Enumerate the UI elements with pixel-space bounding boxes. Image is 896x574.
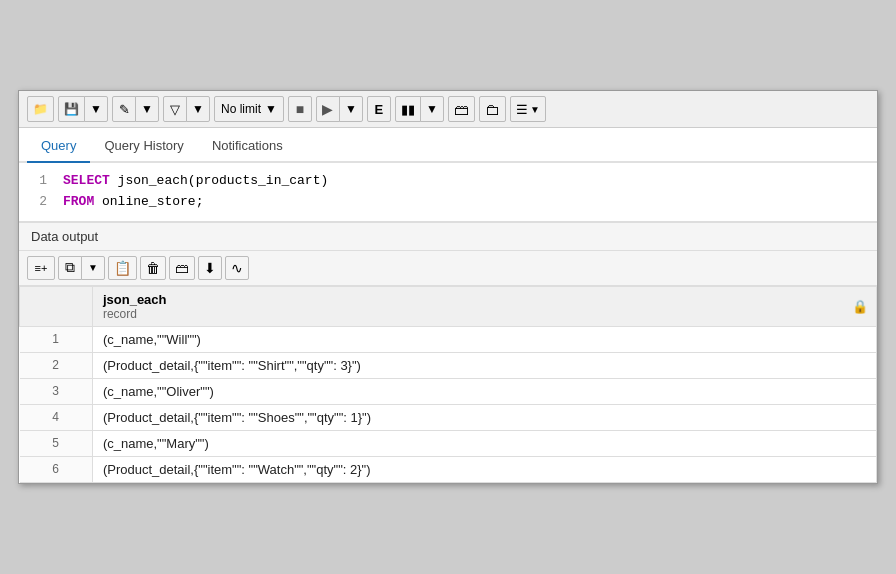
save-group: 💾 ▼ bbox=[58, 96, 108, 122]
add-row-btn[interactable]: ≡+ bbox=[27, 256, 55, 280]
data-cell[interactable]: (c_name,""Oliver"") bbox=[92, 378, 876, 404]
results-table: json_each record 🔒 1(c_name,""Will"")2(P… bbox=[19, 286, 877, 483]
col-name-json-each: json_each bbox=[103, 292, 866, 307]
db-icon: 🗃 bbox=[454, 101, 469, 118]
chevron-down-icon6: ▼ bbox=[426, 102, 438, 116]
run-btn[interactable]: ▶ bbox=[316, 96, 340, 122]
line-num-2: 2 bbox=[31, 192, 47, 213]
explain-icon: E bbox=[375, 102, 384, 117]
table-row: 1(c_name,""Will"") bbox=[20, 326, 877, 352]
menu-btn[interactable]: ☰ ▼ bbox=[510, 96, 546, 122]
row-num-header bbox=[20, 286, 93, 326]
data-cell[interactable]: (Product_detail,{""item"": ""Shirt"",""q… bbox=[92, 352, 876, 378]
tabs-bar: Query Query History Notifications bbox=[19, 128, 877, 163]
line-num-1: 1 bbox=[31, 171, 47, 192]
copy-btn[interactable]: ⧉ bbox=[58, 256, 82, 280]
data-output-title: Data output bbox=[31, 229, 98, 244]
import-icon: 🗃 bbox=[175, 260, 189, 276]
sql-line-2: 2 FROM online_store; bbox=[31, 192, 865, 213]
table-row: 2(Product_detail,{""item"": ""Shirt"",""… bbox=[20, 352, 877, 378]
chart-dropdown-btn[interactable]: ▼ bbox=[420, 96, 444, 122]
chevron-down-icon3: ▼ bbox=[192, 102, 204, 116]
tab-notifications[interactable]: Notifications bbox=[198, 128, 297, 163]
save-btn[interactable]: 💾 bbox=[58, 96, 85, 122]
edit-btn[interactable]: ✎ bbox=[112, 96, 136, 122]
row-number: 2 bbox=[20, 352, 93, 378]
sql-editor[interactable]: 1 SELECT json_each(products_in_cart) 2 F… bbox=[19, 163, 877, 222]
paste-icon: 📋 bbox=[114, 260, 131, 276]
data-toolbar: ≡+ ⧉ ▼ 📋 🗑 🗃 ⬇ ∿ bbox=[19, 251, 877, 286]
db2-btn[interactable]: 🗀 bbox=[479, 96, 506, 122]
db2-icon: 🗀 bbox=[485, 101, 500, 118]
tab-notifications-label: Notifications bbox=[212, 138, 283, 153]
data-cell[interactable]: (c_name,""Will"") bbox=[92, 326, 876, 352]
filter-dropdown-btn[interactable]: ▼ bbox=[186, 96, 210, 122]
menu-chevron: ▼ bbox=[530, 104, 540, 115]
download-icon: ⬇ bbox=[204, 260, 216, 276]
lock-icon: 🔒 bbox=[852, 299, 868, 314]
graph-icon: ∿ bbox=[231, 260, 243, 276]
table-row: 3(c_name,""Oliver"") bbox=[20, 378, 877, 404]
open-folder-btn[interactable]: 📁 bbox=[27, 96, 54, 122]
graph-btn[interactable]: ∿ bbox=[225, 256, 249, 280]
explain-btn[interactable]: E bbox=[367, 96, 391, 122]
main-window: 📁 💾 ▼ ✎ ▼ ▽ ▼ bbox=[18, 90, 878, 484]
sql-content-1: SELECT json_each(products_in_cart) bbox=[63, 171, 328, 192]
run-dropdown-btn[interactable]: ▼ bbox=[339, 96, 363, 122]
row-number: 5 bbox=[20, 430, 93, 456]
filter-icon: ▽ bbox=[170, 102, 180, 117]
data-output-header: Data output bbox=[19, 222, 877, 251]
import-btn[interactable]: 🗃 bbox=[169, 256, 195, 280]
col-header-json-each[interactable]: json_each record 🔒 bbox=[92, 286, 876, 326]
row-number: 6 bbox=[20, 456, 93, 482]
save-icon: 💾 bbox=[64, 102, 79, 116]
chevron-down-icon: ▼ bbox=[90, 102, 102, 116]
chevron-down-icon2: ▼ bbox=[141, 102, 153, 116]
sql-line-1: 1 SELECT json_each(products_in_cart) bbox=[31, 171, 865, 192]
filter-group: ▽ ▼ bbox=[163, 96, 210, 122]
table-row: 4(Product_detail,{""item"": ""Shoes"",""… bbox=[20, 404, 877, 430]
data-cell[interactable]: (Product_detail,{""item"": ""Watch"",""q… bbox=[92, 456, 876, 482]
table-row: 6(Product_detail,{""item"": ""Watch"",""… bbox=[20, 456, 877, 482]
stop-btn[interactable]: ■ bbox=[288, 96, 312, 122]
chevron-down-icon4: ▼ bbox=[265, 102, 277, 116]
pencil-icon: ✎ bbox=[119, 102, 130, 117]
edit-dropdown-btn[interactable]: ▼ bbox=[135, 96, 159, 122]
download-btn[interactable]: ⬇ bbox=[198, 256, 222, 280]
no-limit-dropdown[interactable]: No limit ▼ bbox=[214, 96, 284, 122]
tab-query-label: Query bbox=[41, 138, 76, 153]
sql-text-1: json_each(products_in_cart) bbox=[110, 173, 328, 188]
run-group: ▶ ▼ bbox=[316, 96, 363, 122]
sql-content-2: FROM online_store; bbox=[63, 192, 203, 213]
main-toolbar: 📁 💾 ▼ ✎ ▼ ▽ ▼ bbox=[19, 91, 877, 128]
copy-group: ⧉ ▼ bbox=[58, 256, 105, 280]
folder-icon: 📁 bbox=[33, 102, 48, 116]
chart-btn[interactable]: ▮▮ bbox=[395, 96, 421, 122]
data-cell[interactable]: (Product_detail,{""item"": ""Shoes"",""q… bbox=[92, 404, 876, 430]
tab-query-history-label: Query History bbox=[104, 138, 183, 153]
filter-btn[interactable]: ▽ bbox=[163, 96, 187, 122]
stop-icon: ■ bbox=[296, 101, 304, 117]
table-header-row: json_each record 🔒 bbox=[20, 286, 877, 326]
col-type-json-each: record bbox=[103, 307, 866, 321]
save-dropdown-btn[interactable]: ▼ bbox=[84, 96, 108, 122]
chart-group: ▮▮ ▼ bbox=[395, 96, 444, 122]
menu-icon: ☰ bbox=[516, 102, 528, 117]
edit-group: ✎ ▼ bbox=[112, 96, 159, 122]
db-btn[interactable]: 🗃 bbox=[448, 96, 475, 122]
chart-icon: ▮▮ bbox=[401, 102, 415, 117]
sql-keyword-from: FROM bbox=[63, 194, 94, 209]
copy-dropdown-btn[interactable]: ▼ bbox=[81, 256, 105, 280]
data-cell[interactable]: (c_name,""Mary"") bbox=[92, 430, 876, 456]
chevron-down-icon5: ▼ bbox=[345, 102, 357, 116]
row-number: 1 bbox=[20, 326, 93, 352]
table-body: 1(c_name,""Will"")2(Product_detail,{""it… bbox=[20, 326, 877, 482]
sql-text-2: online_store; bbox=[94, 194, 203, 209]
delete-btn[interactable]: 🗑 bbox=[140, 256, 166, 280]
copy-icon: ⧉ bbox=[65, 259, 75, 276]
paste-btn[interactable]: 📋 bbox=[108, 256, 137, 280]
chevron-down-icon7: ▼ bbox=[88, 262, 98, 273]
play-icon: ▶ bbox=[322, 101, 333, 117]
tab-query-history[interactable]: Query History bbox=[90, 128, 197, 163]
tab-query[interactable]: Query bbox=[27, 128, 90, 163]
